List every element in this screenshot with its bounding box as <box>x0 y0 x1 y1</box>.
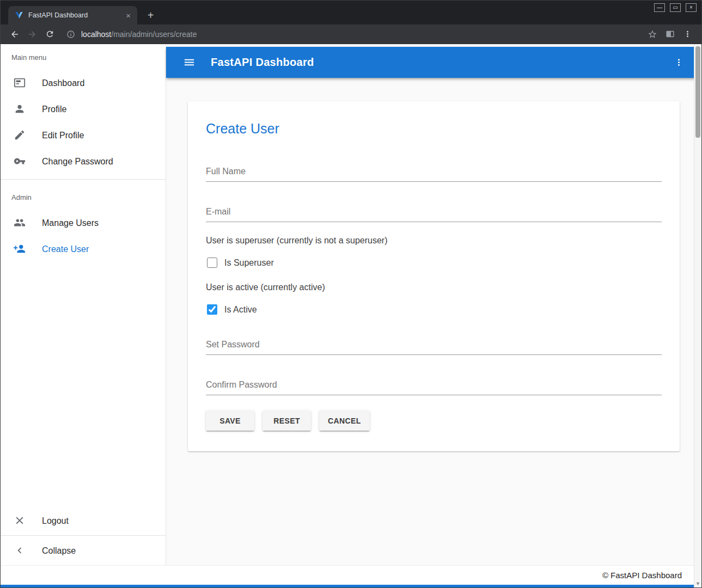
sidebar-item-manage-users[interactable]: Manage Users <box>1 210 166 236</box>
sidebar-admin-header: Admin <box>1 184 166 210</box>
pencil-icon <box>14 129 27 142</box>
new-tab-button[interactable]: + <box>143 8 158 22</box>
sidebar-item-label: Change Password <box>42 157 113 167</box>
footer-accent-bar <box>1 585 701 587</box>
sidebar-item-label: Logout <box>42 516 69 526</box>
is-superuser-label: Is Superuser <box>224 258 274 268</box>
back-button[interactable] <box>7 27 22 42</box>
sidebar-spacer <box>1 262 166 508</box>
full-name-input[interactable] <box>206 166 662 182</box>
close-icon <box>14 514 27 528</box>
is-superuser-checkbox-row[interactable]: Is Superuser <box>207 258 274 268</box>
maximize-button[interactable]: ▭ <box>670 3 681 12</box>
sidebar-item-logout[interactable]: Logout <box>1 508 166 534</box>
browser-tab[interactable]: FastAPI Dashboard × <box>8 6 137 24</box>
bookmark-star-icon[interactable] <box>645 27 660 42</box>
scrollbar-thumb[interactable] <box>695 46 700 138</box>
full-name-field <box>206 166 662 182</box>
person-add-icon <box>14 243 27 256</box>
scrollbar-down-arrow-icon[interactable]: ▼ <box>694 581 701 586</box>
window-controls: — ▭ × <box>654 3 697 12</box>
browser-menu-icon[interactable] <box>680 27 695 42</box>
sidebar-item-label: Profile <box>42 105 66 114</box>
sidebar-item-profile[interactable]: Profile <box>1 96 166 122</box>
footer: © FastAPI Dashboard <box>1 565 701 585</box>
window-close-button[interactable]: × <box>686 3 697 12</box>
main-area: FastAPI Dashboard Create User <box>166 44 701 565</box>
sidebar-item-label: Create User <box>42 244 89 254</box>
main-content: Create User User is superuser (currently… <box>166 78 701 565</box>
email-field <box>206 206 662 222</box>
sidebar-item-collapse[interactable]: Collapse <box>1 537 166 565</box>
key-icon <box>14 155 27 168</box>
url-host: localhost <box>81 30 111 39</box>
tab-close-icon[interactable]: × <box>124 10 133 21</box>
scrollbar[interactable]: ▼ <box>694 44 701 587</box>
sidebar-divider <box>1 179 166 180</box>
sidebar-item-edit-profile[interactable]: Edit Profile <box>1 122 166 149</box>
sidebar-item-label: Collapse <box>42 546 76 556</box>
dashboard-icon <box>14 77 27 90</box>
appbar: FastAPI Dashboard <box>166 47 701 78</box>
site-info-icon[interactable] <box>65 28 77 40</box>
active-hint: User is active (currently active) <box>206 283 662 292</box>
sidebar-item-label: Dashboard <box>42 78 84 88</box>
sidebar-item-change-password[interactable]: Change Password <box>1 149 166 175</box>
sidebar-item-create-user[interactable]: Create User <box>1 236 166 262</box>
is-active-checkbox-row[interactable]: Is Active <box>207 304 257 315</box>
address-bar[interactable]: localhost/main/admin/users/create <box>63 27 639 42</box>
minimize-button[interactable]: — <box>654 3 665 12</box>
forward-button[interactable] <box>25 27 40 42</box>
hamburger-menu-icon[interactable] <box>179 53 199 72</box>
save-button[interactable]: SAVE <box>206 411 254 431</box>
url-text: localhost/main/admin/users/create <box>81 30 197 39</box>
is-superuser-checkbox[interactable] <box>207 258 217 268</box>
set-password-input[interactable] <box>206 339 662 355</box>
appbar-kebab-menu-icon[interactable] <box>669 53 688 72</box>
is-active-label: Is Active <box>224 305 257 315</box>
copyright-text: © FastAPI Dashboard <box>602 571 682 580</box>
reset-button[interactable]: RESET <box>263 411 311 431</box>
sidebar-item-label: Edit Profile <box>42 131 84 140</box>
reload-button[interactable] <box>42 27 57 42</box>
browser-window: FastAPI Dashboard × + — ▭ × localhost/ma… <box>0 0 702 588</box>
tab-title: FastAPI Dashboard <box>28 11 124 19</box>
browser-toolbar: localhost/main/admin/users/create <box>1 24 701 44</box>
person-icon <box>14 103 27 116</box>
confirm-password-input[interactable] <box>206 379 662 395</box>
sidebar-item-dashboard[interactable]: Dashboard <box>1 70 166 96</box>
email-input[interactable] <box>206 206 662 222</box>
sidebar-divider <box>1 535 166 536</box>
page: Main menu Dashboard Profile <box>1 44 701 587</box>
chevron-left-icon <box>14 544 27 558</box>
superuser-hint: User is superuser (currently is not a su… <box>206 236 662 246</box>
create-user-card: Create User User is superuser (currently… <box>188 101 680 451</box>
side-panel-icon[interactable] <box>662 27 677 42</box>
set-password-field <box>206 339 662 355</box>
page-title: Create User <box>206 101 662 137</box>
appbar-title: FastAPI Dashboard <box>211 56 314 69</box>
sidebar: Main menu Dashboard Profile <box>1 44 166 565</box>
is-active-checkbox[interactable] <box>207 304 217 315</box>
sidebar-main-menu-header: Main menu <box>1 44 166 70</box>
sidebar-item-label: Manage Users <box>42 218 99 228</box>
cancel-button[interactable]: CANCEL <box>319 411 370 431</box>
vuetify-favicon-icon <box>15 11 23 20</box>
form-actions: SAVE RESET CANCEL <box>206 411 662 431</box>
url-path: /main/admin/users/create <box>111 30 197 39</box>
browser-titlebar: FastAPI Dashboard × + — ▭ × <box>1 1 701 24</box>
people-icon <box>14 217 27 230</box>
confirm-password-field <box>206 379 662 395</box>
